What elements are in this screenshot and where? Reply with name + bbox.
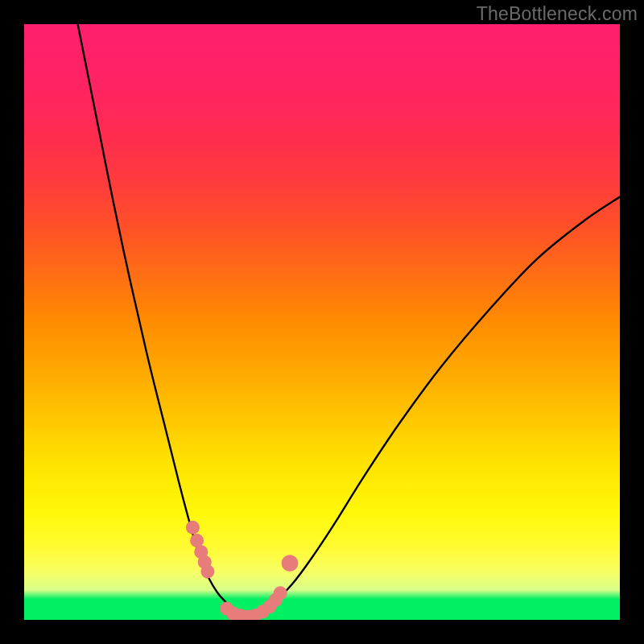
plot-area — [24, 24, 620, 620]
data-marker — [200, 565, 214, 579]
data-marker — [282, 555, 299, 572]
curve-layer — [24, 24, 620, 620]
curve-right-branch — [250, 197, 620, 617]
data-marker — [186, 521, 200, 535]
watermark-text: TheBottleneck.com — [477, 3, 638, 25]
curve-left-branch — [78, 24, 239, 615]
marker-group — [186, 521, 298, 620]
data-marker — [274, 586, 287, 600]
chart-frame: TheBottleneck.com — [0, 0, 644, 644]
